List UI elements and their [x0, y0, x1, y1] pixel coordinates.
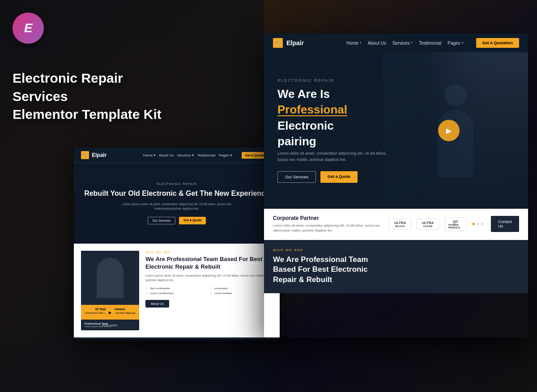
partners-body: Lorem dolor sit amet, consectetur adipis…: [273, 223, 382, 233]
about-play-button[interactable]: ▶: [105, 307, 115, 318]
back-hero-btn2[interactable]: Get A Quote: [179, 217, 206, 224]
front-hero-line3: pairing: [277, 135, 515, 148]
who-headline: We Are Professional Team Based For Best …: [273, 255, 519, 286]
front-nav-pages: Pages ▾: [448, 41, 463, 46]
front-hero-btn1[interactable]: Our Services: [277, 171, 316, 183]
elementor-logo-text: E: [24, 21, 33, 35]
front-nav-about: About Us: [368, 41, 386, 46]
check-1: ✓ Sed condimentur: [145, 287, 209, 290]
dot-active: [472, 223, 475, 225]
about-headline: We Are Professional Team Based For Best …: [145, 256, 273, 271]
partner-logo-1: ULTRA BLACK: [389, 219, 411, 230]
front-logo-icon: 🔧: [273, 38, 283, 48]
back-nav-logo: 🔧 Elpair: [81, 151, 107, 159]
partners-text: Corporate Partner Lorem dolor sit amet, …: [273, 215, 382, 233]
back-nav: 🔧 Elpair Home ▾ About Us Services ▾ Test…: [74, 148, 280, 163]
dot-2: [481, 223, 484, 225]
elementor-logo: E: [13, 13, 44, 44]
front-hero-line2: Electronic: [277, 119, 515, 133]
back-hero-body: Lorem ipsum dolor sit amet, consectetur …: [114, 202, 239, 211]
back-hero-headline: Rebuilt Your Old Electronic & Get The Ne…: [84, 189, 269, 198]
back-nav-testimonial: Testimonial: [197, 153, 215, 157]
about-image-block: 10 Years Experience Lorem ipsum dolor si…: [81, 251, 139, 330]
check-icon-3: ✓: [145, 291, 148, 295]
template-card-back: 🔧 Elpair Home ▾ About Us Services ▾ Test…: [74, 148, 280, 340]
back-nav-home: Home ▾: [143, 153, 156, 157]
about-img-placeholder: [81, 251, 139, 305]
about-play-label: PLAY VIDEO: [102, 324, 118, 327]
front-nav-testimonial: Testimonial: [419, 41, 441, 46]
dot-1: [477, 223, 479, 225]
front-nav-home: Home ▾: [346, 41, 362, 46]
front-nav-services: Services ▾: [392, 41, 413, 46]
about-btn[interactable]: About Us: [145, 300, 169, 308]
back-nav-services: Services ▾: [177, 153, 194, 157]
front-hero-line1: We Are Is: [277, 87, 515, 101]
front-nav-logo: 🔧 Elpair: [273, 38, 304, 48]
partners-heading: Corporate Partner: [273, 215, 382, 221]
about-checks: ✓ Sed condimentur ✓ consectetur ✓ Lorem …: [145, 287, 273, 295]
check-3: ✓ Lorem Condimentur: [145, 291, 209, 295]
front-hero-buttons: Our Services Get a Quote: [277, 171, 515, 183]
about-tag: WHO WE ARE: [145, 251, 273, 254]
page-title: Electronic Repair Services Elementor Tem…: [13, 69, 169, 124]
back-navlinks: Home ▾ About Us Services ▾ Testimonial P…: [143, 153, 232, 157]
back-hero-buttons: Our Services Get A Quote: [148, 217, 206, 224]
about-content: WHO WE ARE We Are Professional Team Base…: [145, 251, 273, 330]
back-nav-about: About Us: [159, 153, 174, 157]
partner-logo-3: QC POWER MODULE: [444, 217, 467, 231]
check-icon-1: ✓: [145, 287, 148, 290]
back-about: 10 Years Experience Lorem ipsum dolor si…: [74, 244, 280, 337]
back-hero-tag: ELECTRONIC REPAIR: [157, 182, 197, 185]
main-title-block: Electronic Repair Services Elementor Tem…: [13, 69, 169, 124]
check-2: ✓ consectetur: [210, 287, 273, 290]
template-card-front: 🔧 Elpair Home ▾ About Us Services ▾ Test…: [264, 34, 528, 337]
front-nav: 🔧 Elpair Home ▾ About Us Services ▾ Test…: [264, 34, 528, 52]
partners-nav-dots: [472, 223, 484, 225]
front-hero-professional: Professional: [277, 103, 515, 117]
front-navlinks: Home ▾ About Us Services ▾ Testimonial P…: [346, 41, 464, 46]
front-hero-btn2[interactable]: Get a Quote: [320, 171, 358, 183]
front-who-we-are: WHO WE ARE We Are Professional Team Base…: [264, 240, 528, 294]
partner-logo-2: ULTRA CLEAR: [417, 219, 439, 230]
front-hero: ELECTRONIC REPAIR We Are Is Professional…: [264, 52, 528, 209]
check-4: ✓ Lorem Institute: [210, 291, 273, 295]
who-tag: WHO WE ARE: [273, 248, 519, 252]
about-body: Lorem ipsum dolor sit amet, consectetur …: [145, 274, 273, 283]
partners-logos: ULTRA BLACK ULTRA CLEAR QC POWER MODULE: [389, 217, 484, 231]
back-nav-pages: Pages ▾: [219, 153, 232, 157]
front-partners: Corporate Partner Lorem dolor sit amet, …: [264, 209, 528, 240]
partners-contact-btn[interactable]: Contact Us: [491, 216, 519, 232]
back-hero-btn1[interactable]: Our Services: [148, 217, 175, 224]
front-hero-body: Lorem dolor sit amet, consectetur adipis…: [277, 150, 398, 163]
check-icon-4: ✓: [210, 291, 213, 295]
back-logo-icon: 🔧: [81, 151, 89, 159]
back-hero: ELECTRONIC REPAIR Rebuilt Your Old Elect…: [74, 163, 280, 244]
hero-play-button[interactable]: ▶: [438, 120, 460, 141]
front-nav-cta[interactable]: Get A Quotation: [476, 38, 519, 48]
check-icon-2: ✓: [210, 287, 213, 290]
